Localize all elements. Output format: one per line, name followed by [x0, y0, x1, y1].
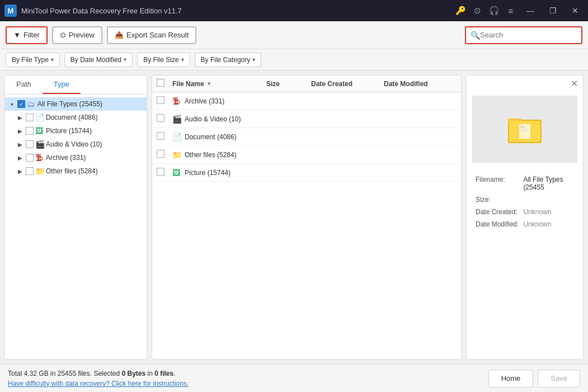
- header-check: [157, 79, 172, 88]
- file-list-header: File Name ▼ Size Date Created Date Modif…: [152, 75, 461, 92]
- filter-icon: ▼: [13, 31, 21, 39]
- by-file-size-dropdown[interactable]: By File Size ▾: [137, 53, 190, 67]
- table-row[interactable]: 📄 Document (4086): [152, 128, 461, 146]
- audio-video-icon: 🎬: [35, 140, 44, 149]
- left-panel: Path Type ▾ ✓ 🗂 All File Types (25455) ▶…: [4, 75, 147, 360]
- tree-label-other: Other files (5284): [46, 167, 98, 175]
- tree-item-picture[interactable]: ▶ 🖼 Picture (15744): [5, 124, 147, 138]
- expand-icon: ▶: [16, 128, 24, 134]
- expand-icon: ▶: [16, 155, 24, 161]
- content-area: Path Type ▾ ✓ 🗂 All File Types (25455) ▶…: [0, 70, 588, 364]
- tree-label-document: Document (4086): [46, 114, 98, 121]
- maximize-button[interactable]: ❐: [544, 4, 561, 17]
- title-bar-icons: 🔑 ⊙ 🎧 ≡ — ❐ ✕: [455, 4, 584, 17]
- tree-checkbox-document[interactable]: [26, 114, 34, 121]
- tree-checkbox-picture[interactable]: [26, 127, 34, 135]
- title-bar: M MiniTool Power Data Recovery Free Edit…: [0, 0, 588, 21]
- audio-video-icon: 🎬: [172, 115, 181, 124]
- picture-icon: 🖼: [172, 168, 181, 177]
- tree-checkbox-archive[interactable]: [26, 154, 34, 162]
- menu-icon[interactable]: ≡: [505, 5, 516, 16]
- sort-icon: ▼: [206, 81, 212, 87]
- tree-checkbox-other[interactable]: [26, 167, 34, 175]
- tree-item-other[interactable]: ▶ 📁 Other files (5284): [5, 164, 147, 178]
- by-file-type-dropdown[interactable]: By File Type ▾: [6, 53, 60, 67]
- row-checkbox[interactable]: [157, 150, 164, 158]
- status-bar: Total 4.32 GB in 25455 files. Selected 0…: [0, 364, 588, 392]
- tab-type[interactable]: Type: [43, 75, 81, 94]
- header-created: Date Created: [311, 80, 384, 88]
- expand-icon: ▾: [8, 101, 16, 107]
- svg-rect-6: [519, 124, 530, 139]
- modified-label: Date Modified:: [476, 219, 522, 230]
- document-icon: 📄: [35, 113, 44, 122]
- preview-close-area: ✕: [467, 75, 583, 91]
- archive-icon: 🗜: [172, 97, 181, 106]
- minimize-button[interactable]: —: [522, 4, 539, 17]
- size-label: Size:: [476, 194, 522, 205]
- header-checkbox[interactable]: [157, 79, 164, 87]
- chevron-down-icon: ▾: [124, 56, 126, 63]
- filter-bar: By File Type ▾ By Date Modified ▾ By Fil…: [0, 49, 588, 70]
- picture-icon: 🖼: [35, 126, 44, 135]
- circle-icon[interactable]: ⊙: [472, 5, 483, 16]
- tree-checkbox-all[interactable]: ✓: [17, 100, 25, 108]
- tree-item-all[interactable]: ▾ ✓ 🗂 All File Types (25455): [5, 97, 147, 111]
- preview-image: [472, 96, 577, 163]
- chevron-down-icon: ▾: [51, 56, 54, 63]
- main-window: ▼ Filter ⊙ Preview 📤 Export Scan Result …: [0, 21, 588, 392]
- tab-path[interactable]: Path: [5, 75, 43, 94]
- tree-checkbox-audio-video[interactable]: [26, 140, 34, 148]
- file-list-panel: File Name ▼ Size Date Created Date Modif…: [152, 75, 462, 360]
- save-button[interactable]: Save: [538, 370, 580, 388]
- tree-label-audio-video: Audio & Video (10): [46, 140, 102, 148]
- key-icon[interactable]: 🔑: [455, 5, 466, 16]
- svg-rect-8: [520, 129, 528, 130]
- preview-details: Filename: All File Types (25455 Size: Da…: [467, 167, 583, 237]
- table-row[interactable]: 🖼 Picture (15744): [152, 164, 461, 182]
- help-link[interactable]: Have difficulty with data recovery? Clic…: [8, 380, 483, 388]
- other-icon: 📁: [172, 150, 181, 159]
- row-checkbox[interactable]: [157, 114, 164, 122]
- status-text: Total 4.32 GB in 25455 files. Selected 0…: [8, 370, 483, 377]
- expand-icon: ▶: [16, 141, 24, 148]
- tree-area: ▾ ✓ 🗂 All File Types (25455) ▶ 📄 Documen…: [5, 95, 147, 359]
- expand-icon: ▶: [16, 168, 24, 174]
- export-button[interactable]: 📤 Export Scan Result: [107, 26, 196, 44]
- close-preview-button[interactable]: ✕: [568, 78, 580, 89]
- table-row[interactable]: 📁 Other files (5284): [152, 146, 461, 164]
- filename-value: All File Types (25455: [523, 174, 574, 193]
- app-logo: M: [4, 4, 17, 17]
- table-row[interactable]: 🗜 Archive (331): [152, 92, 461, 110]
- header-size: Size: [266, 80, 311, 88]
- svg-text:M: M: [8, 7, 14, 15]
- app-title: MiniTool Power Data Recovery Free Editio…: [21, 7, 450, 15]
- header-modified: Date Modified: [384, 80, 457, 88]
- tree-item-audio-video[interactable]: ▶ 🎬 Audio & Video (10): [5, 138, 147, 151]
- tree-item-archive[interactable]: ▶ 🗜 Archive (331): [5, 151, 147, 164]
- right-section: File Name ▼ Size Date Created Date Modif…: [152, 75, 584, 360]
- home-button[interactable]: Home: [488, 370, 534, 388]
- row-checkbox[interactable]: [157, 168, 164, 176]
- search-box[interactable]: 🔍: [465, 26, 582, 44]
- tree-item-document[interactable]: ▶ 📄 Document (4086): [5, 111, 147, 124]
- filename-label: Filename:: [476, 174, 522, 193]
- search-icon: 🔍: [471, 31, 480, 40]
- by-file-category-dropdown[interactable]: By File Category ▾: [195, 53, 262, 67]
- tree-label-picture: Picture (15744): [46, 127, 92, 135]
- headphone-icon[interactable]: 🎧: [488, 5, 500, 16]
- by-date-modified-dropdown[interactable]: By Date Modified ▾: [64, 53, 133, 67]
- search-input[interactable]: [480, 31, 577, 39]
- close-button[interactable]: ✕: [567, 4, 584, 17]
- filter-button[interactable]: ▼ Filter: [6, 26, 48, 44]
- archive-icon: 🗜: [35, 153, 44, 162]
- preview-button[interactable]: ⊙ Preview: [52, 26, 102, 44]
- row-checkbox[interactable]: [157, 132, 164, 140]
- by-file-category-label: By File Category: [201, 56, 251, 64]
- status-buttons: Home Save: [488, 370, 580, 388]
- tree-label-all: All File Types (25455): [37, 100, 102, 108]
- row-checkbox[interactable]: [157, 96, 164, 104]
- table-row[interactable]: 🎬 Audio & Video (10): [152, 110, 461, 128]
- chevron-down-icon: ▾: [181, 56, 184, 63]
- chevron-down-icon: ▾: [252, 56, 255, 63]
